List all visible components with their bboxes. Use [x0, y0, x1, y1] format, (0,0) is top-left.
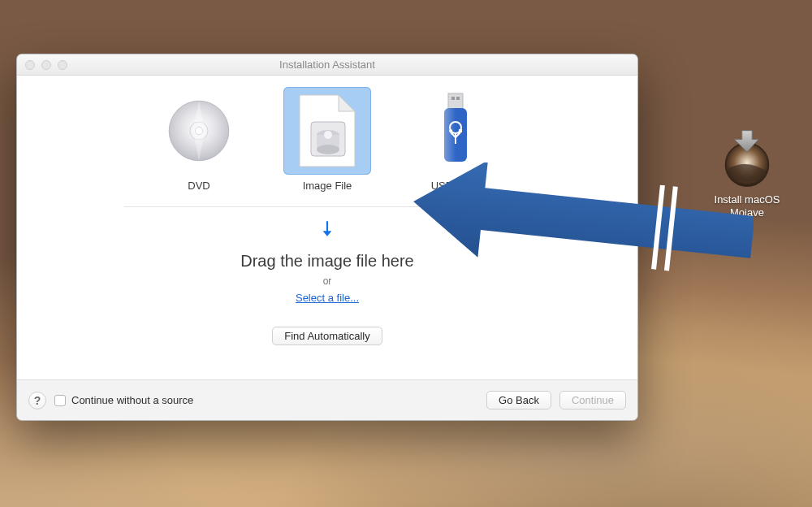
- divider: [124, 206, 530, 207]
- option-usb[interactable]: USB Drive: [412, 87, 499, 192]
- option-dvd-label: DVD: [188, 180, 209, 192]
- desktop-app-icon-label: Install macOS Mojave: [715, 193, 780, 220]
- dvd-icon: [162, 93, 236, 168]
- go-back-button[interactable]: Go Back: [486, 391, 551, 410]
- option-usb-label: USB Drive: [431, 180, 481, 192]
- option-dvd[interactable]: DVD: [155, 87, 243, 192]
- arrow-down-icon: [317, 219, 338, 244]
- checkbox-icon: [54, 395, 66, 406]
- installer-icon: [715, 127, 779, 190]
- window-traffic-lights: [25, 60, 67, 70]
- svg-rect-9: [448, 93, 463, 110]
- zoom-icon[interactable]: [58, 60, 67, 70]
- svg-rect-16: [459, 129, 462, 132]
- window-title: Installation Assistant: [279, 58, 375, 71]
- continue-button: Continue: [559, 391, 626, 410]
- checkbox-label: Continue without a source: [71, 394, 193, 406]
- minimize-icon[interactable]: [41, 60, 51, 70]
- source-options: DVD Image File: [155, 87, 499, 192]
- option-image-file[interactable]: Image File: [283, 87, 371, 192]
- window-content: DVD Image File: [17, 76, 637, 379]
- window-titlebar[interactable]: Installation Assistant: [17, 54, 637, 76]
- option-image-file-label: Image File: [303, 180, 352, 192]
- continue-without-source-checkbox[interactable]: Continue without a source: [54, 394, 193, 406]
- svg-point-7: [317, 145, 339, 154]
- window-footer: ? Continue without a source Go Back Cont…: [17, 379, 637, 420]
- svg-point-15: [449, 129, 452, 132]
- svg-rect-10: [451, 97, 455, 100]
- dropzone[interactable]: Drag the image file here or Select a fil…: [240, 219, 413, 304]
- installation-assistant-window: Installation Assistant: [16, 54, 638, 421]
- close-icon[interactable]: [25, 60, 35, 70]
- desktop-app-icon[interactable]: Install macOS Mojave: [698, 127, 796, 220]
- help-button[interactable]: ?: [28, 392, 46, 410]
- image-file-icon: [295, 93, 360, 169]
- dropzone-or: or: [323, 275, 332, 287]
- svg-rect-11: [456, 97, 460, 100]
- find-automatically-button[interactable]: Find Automatically: [272, 327, 382, 345]
- dropzone-heading: Drag the image file here: [240, 252, 413, 271]
- usb-icon: [435, 90, 476, 171]
- svg-point-8: [324, 131, 332, 139]
- select-file-link[interactable]: Select a file...: [296, 292, 359, 304]
